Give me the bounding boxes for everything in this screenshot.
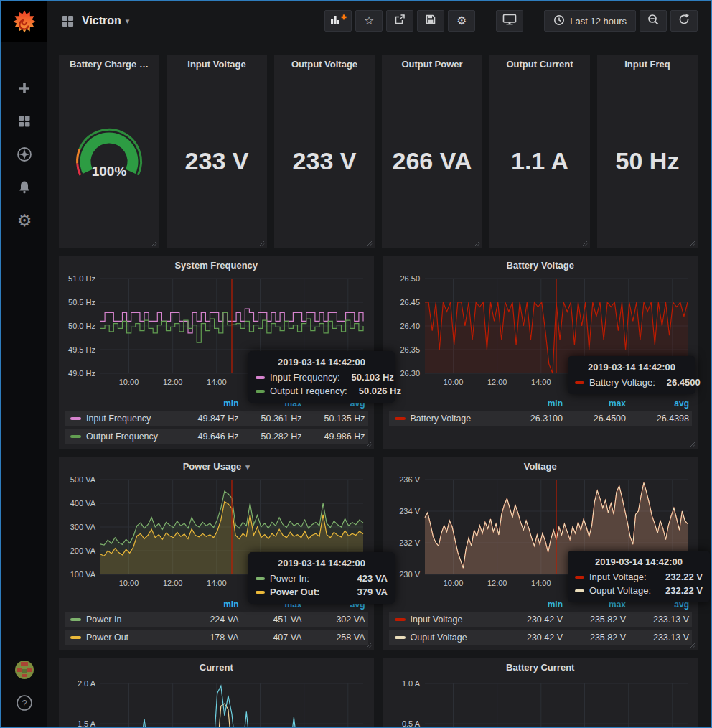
series-color-swatch[interactable] — [395, 636, 406, 639]
panel-title[interactable]: Current — [65, 658, 368, 676]
time-range-button[interactable]: Last 12 hours — [544, 10, 636, 32]
cycle-view-button[interactable] — [496, 10, 523, 32]
stat-panel-battery-charge: Battery Charge …100% — [59, 55, 159, 248]
grafana-logo-icon[interactable] — [1, 1, 47, 42]
panel-title[interactable]: Voltage — [389, 457, 693, 475]
add-panel-button[interactable] — [324, 10, 352, 32]
share-button[interactable] — [386, 10, 413, 32]
save-button[interactable] — [417, 10, 444, 32]
series-name[interactable]: Output Frequency — [86, 431, 176, 442]
series-name[interactable]: Battery Voltage — [411, 414, 500, 424]
graph-tooltip-system-frequency: 2019-03-14 14:42:00Input Frequency:50.10… — [248, 351, 395, 403]
dashboard-squares-icon — [62, 15, 74, 27]
legend-col-min[interactable]: min — [500, 599, 563, 610]
legend-col-min[interactable]: min — [500, 398, 563, 409]
sidebar-bottom: ? — [1, 653, 47, 719]
user-avatar[interactable] — [1, 653, 47, 686]
stat-panel-output-power: Output Power266 VA — [382, 55, 482, 248]
plus-icon — [17, 81, 32, 95]
refresh-button[interactable] — [670, 10, 698, 32]
panel-title[interactable]: Battery Voltage — [389, 256, 693, 274]
tooltip-series-label: Battery Voltage: — [589, 377, 655, 388]
series-name[interactable]: Power In — [86, 615, 176, 625]
series-name[interactable]: Ouput Voltage — [411, 633, 500, 643]
series-color-swatch[interactable] — [70, 618, 81, 621]
svg-text:26.35: 26.35 — [400, 345, 420, 354]
sidebar-item-explore[interactable] — [1, 138, 47, 171]
panel-resize-handle[interactable] — [367, 241, 373, 246]
panel-resize-handle[interactable] — [690, 643, 695, 648]
panel-title[interactable]: System Frequency — [65, 256, 368, 274]
svg-text:14:00: 14:00 — [207, 378, 227, 386]
panel-resize-handle[interactable] — [690, 442, 695, 447]
svg-text:50.5 Hz: 50.5 Hz — [68, 298, 95, 307]
panel-title[interactable]: Battery Charge … — [59, 55, 159, 73]
panel-title[interactable]: Output Power — [382, 55, 482, 73]
panel-resize-handle[interactable] — [151, 241, 157, 246]
legend-value: 49.646 Hz — [176, 431, 239, 442]
sidebar-item-create[interactable] — [1, 72, 47, 105]
stat-body: 50 Hz — [597, 73, 698, 248]
stat-value: 233 V — [185, 147, 249, 175]
series-color-swatch — [575, 576, 584, 579]
panel-menu-caret-icon[interactable]: ▾ — [245, 462, 250, 471]
series-name[interactable]: Power Out — [86, 633, 176, 643]
legend-col-min[interactable]: min — [176, 599, 239, 610]
sidebar-item-configuration[interactable]: ⚙ — [1, 204, 47, 237]
sidebar-item-alerting[interactable] — [1, 171, 47, 204]
series-color-swatch[interactable] — [70, 636, 81, 639]
zoom-out-button[interactable] — [640, 10, 667, 32]
series-color-swatch[interactable] — [70, 417, 81, 420]
panel-title[interactable]: Battery Current — [389, 658, 693, 676]
legend-col-max[interactable]: max — [563, 398, 626, 409]
series-color-swatch[interactable] — [395, 417, 406, 420]
tooltip-series-value: 232.22 V — [654, 585, 703, 596]
chevron-down-icon[interactable]: ▾ — [126, 17, 130, 26]
panel-resize-handle[interactable] — [366, 442, 372, 447]
chart-current[interactable]: 2.0 A1.5 A1.0 A0.5 A10:0012:0014:0016:00… — [65, 676, 367, 727]
series-name[interactable]: Input Frequency — [86, 414, 176, 424]
panel-resize-handle[interactable] — [582, 241, 588, 246]
chart-battery-current[interactable]: 1.0 A0.5 A0 A10:0012:0014:0016:0018:0020… — [389, 676, 692, 727]
help-button[interactable]: ? — [1, 686, 47, 719]
series-name[interactable]: Input Voltage — [411, 615, 500, 625]
graph-panel-battery-voltage: Battery Voltage26.5026.4526.4026.3526.30… — [383, 256, 698, 449]
series-color-swatch[interactable] — [70, 435, 81, 438]
legend-value: 49.847 Hz — [176, 414, 239, 424]
panel-title[interactable]: Input Voltage — [167, 55, 267, 73]
dashboard-title-group: Victron ▾ — [47, 14, 129, 27]
dashboard-title[interactable]: Victron — [82, 14, 121, 27]
stat-panels-row: Battery Charge …100%Input Voltage233 VOu… — [59, 55, 698, 248]
tooltip-series-row: Input Voltage:232.22 V — [575, 571, 703, 582]
panel-resize-handle[interactable] — [690, 241, 695, 246]
legend-col-avg[interactable]: avg — [626, 398, 689, 409]
graph-row-3: Current2.0 A1.5 A1.0 A0.5 A10:0012:0014:… — [59, 658, 698, 727]
legend-value: 26.3100 — [500, 414, 563, 424]
legend-col-min[interactable]: min — [176, 398, 239, 409]
stat-body: 266 VA — [382, 73, 482, 248]
settings-button[interactable]: ⚙ — [448, 10, 475, 32]
graph-tooltip-power-usage: 2019-03-14 14:42:00Power In:423 VAPower … — [248, 552, 395, 604]
svg-text:26.30: 26.30 — [400, 369, 420, 378]
legend: minmaxavgInput Frequency49.847 Hz50.361 … — [65, 398, 368, 444]
panel-title[interactable]: Output Current — [490, 55, 590, 73]
star-button[interactable]: ☆ — [355, 10, 383, 32]
stat-value: 266 VA — [393, 147, 472, 175]
svg-text:0.5 A: 0.5 A — [401, 719, 420, 727]
panel-resize-handle[interactable] — [259, 241, 265, 246]
bell-icon — [17, 180, 32, 195]
series-color-swatch — [575, 589, 584, 592]
panel-title[interactable]: Input Freq — [597, 55, 698, 73]
legend-series-ouput-voltage: Ouput Voltage230.42 V235.82 V233.13 V — [389, 630, 693, 645]
graph-panel-battery-current: Battery Current1.0 A0.5 A0 A10:0012:0014… — [383, 658, 698, 727]
sidebar-menu: ⚙ — [1, 72, 47, 237]
refresh-arrow-icon — [678, 14, 690, 28]
panel-title[interactable]: Power Usage▾ — [65, 457, 368, 475]
sidebar-item-dashboards[interactable] — [1, 105, 47, 138]
panel-title[interactable]: Output Voltage — [274, 55, 375, 73]
panel-resize-handle[interactable] — [366, 643, 372, 648]
series-color-swatch[interactable] — [395, 618, 406, 621]
tooltip-series-value: 379 VA — [346, 587, 388, 597]
panel-resize-handle[interactable] — [474, 241, 480, 246]
svg-text:12:00: 12:00 — [487, 579, 507, 587]
